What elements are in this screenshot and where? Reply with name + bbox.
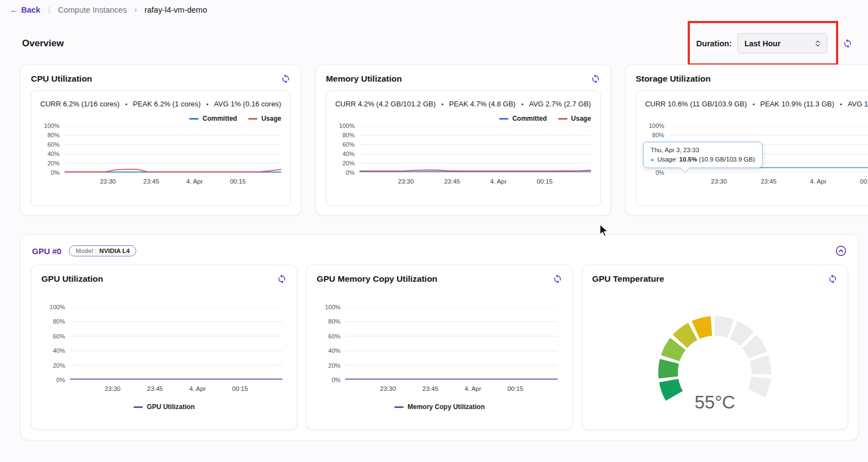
page-title: Overview <box>22 38 64 49</box>
separator-dot: ● <box>752 102 754 106</box>
card-title: GPU Utilization <box>41 274 103 284</box>
tooltip-detail: (10.9 GB/103.9 GB) <box>699 156 755 163</box>
memory-refresh-button[interactable] <box>591 74 601 84</box>
chevron-up-circle-icon <box>835 245 847 257</box>
back-button[interactable]: ← Back <box>10 6 40 14</box>
chart-tooltip: Thu, Apr 3, 23:33 ● Usage: 10.5% (10.9 G… <box>643 142 763 168</box>
stat-peak: PEAK 10.9% (11.3 GB) <box>760 100 834 108</box>
stat-curr: CURR 10.6% (11 GB/103.9 GB) <box>645 100 747 108</box>
storage-utilization-card: Storage Utilization CURR 10.6% (11 GB/10… <box>625 65 868 216</box>
cpu-stats: CURR 6.2% (1/16 cores) ● PEAK 6.2% (1 co… <box>40 100 281 108</box>
tooltip-series-label: Usage: <box>657 156 677 163</box>
gpu-section-header: GPU #0 Model : NVIDIA L4 <box>32 245 847 257</box>
card-title: Storage Utilization <box>636 74 711 84</box>
select-updown-icon <box>815 40 821 47</box>
duration-label: Duration: <box>696 39 732 48</box>
stat-peak: PEAK 4.7% (4.8 GB) <box>449 100 516 108</box>
breadcrumb-current: rafay-l4-vm-demo <box>144 6 207 14</box>
gpu-util-legend: GPU Utilization <box>41 403 287 411</box>
overview-cards-row: CPU Utilization CURR 6.2% (1/16 cores) ●… <box>20 65 859 216</box>
gpu-cards-row: GPU Utilization 100%80%60%40%20%0% 23:30… <box>31 265 848 430</box>
tooltip-value-line: ● Usage: 10.5% (10.9 GB/103.9 GB) <box>651 156 755 163</box>
tooltip-date: Thu, Apr 3, 23:33 <box>651 147 755 153</box>
stat-avg: AVG 1% (0.16 cores) <box>214 100 281 108</box>
breadcrumb-item-compute-instances[interactable]: Compute Instances <box>58 6 127 14</box>
refresh-icon <box>843 39 853 49</box>
gpu-util-chart[interactable]: 100%80%60%40%20%0% 23:3023:454. Apr00:15 <box>41 307 287 394</box>
memory-utilization-card: Memory Utilization CURR 4.2% (4.2 GB/101… <box>315 65 611 216</box>
gpu-model-value: NVIDIA L4 <box>99 248 130 254</box>
duration-select[interactable]: Last Hour <box>737 33 827 53</box>
gpu-memcopy-chart[interactable]: 100%80%60%40%20%0% 23:3023:454. Apr00:15 <box>317 307 562 394</box>
tooltip-value: 10.5% <box>679 156 698 163</box>
refresh-icon <box>277 274 287 284</box>
y-axis-labels: 100%80%60%40%20%0% <box>46 304 70 383</box>
stat-peak: PEAK 6.2% (1 cores) <box>133 100 201 108</box>
y-axis-labels: 100%80%60%40%20%0% <box>321 304 345 383</box>
separator-dot: ● <box>206 102 208 106</box>
cpu-refresh-button[interactable] <box>281 74 291 84</box>
x-axis-labels: 23:3023:454. Apr00:15 <box>360 178 591 187</box>
separator-dot: ● <box>441 102 443 106</box>
tooltip-pointer-fill <box>680 167 690 172</box>
refresh-icon <box>553 274 562 284</box>
gpu-section-collapse-button[interactable] <box>835 245 847 257</box>
gpu-util-plot-area[interactable] <box>70 307 282 380</box>
cpu-utilization-card: CPU Utilization CURR 6.2% (1/16 cores) ●… <box>20 65 301 216</box>
card-title: Memory Utilization <box>326 74 402 84</box>
refresh-all-button[interactable] <box>843 39 853 49</box>
separator-dot: ● <box>840 102 842 106</box>
storage-stats: CURR 10.6% (11 GB/103.9 GB) ● PEAK 10.9%… <box>645 100 868 108</box>
x-axis-labels: 23:3023:454. Apr00:15 <box>669 178 868 187</box>
storage-legend: Usage <box>645 115 868 122</box>
separator-dot: ● <box>125 102 127 106</box>
back-arrow-icon: ← <box>10 6 18 14</box>
stat-curr: CURR 4.2% (4.2 GB/101.2 GB) <box>335 100 436 108</box>
duration-area: Duration: Last Hour <box>693 33 853 53</box>
refresh-icon <box>281 74 291 84</box>
card-title: CPU Utilization <box>31 74 92 84</box>
x-axis-labels: 23:3023:454. Apr00:15 <box>65 178 281 187</box>
x-axis-labels: 23:3023:454. Apr00:15 <box>70 385 282 394</box>
header-row: Overview Duration: Last Hour <box>22 33 853 53</box>
y-axis-labels: 100%80%60%40%20%0% <box>40 122 65 176</box>
memory-chart-panel: CURR 4.2% (4.2 GB/101.2 GB) ● PEAK 4.7% … <box>326 90 601 206</box>
y-axis-labels: 100%80%60%40%20%0% <box>335 122 360 176</box>
gpu-temperature-gauge: 55°C <box>592 291 838 421</box>
chevron-right-icon: › <box>135 6 137 14</box>
memory-plot-area[interactable] <box>360 126 591 173</box>
breadcrumb-divider: | <box>48 6 50 14</box>
back-label: Back <box>22 6 41 14</box>
stat-avg: AVG 2.7% (2.7 GB) <box>529 100 591 108</box>
stat-curr: CURR 6.2% (1/16 cores) <box>40 100 120 108</box>
card-title: GPU Temperature <box>592 274 665 284</box>
card-title: GPU Memory Copy Utilization <box>317 274 437 284</box>
gpu-section-title: GPU #0 <box>32 246 61 256</box>
cpu-chart[interactable]: 100%80%60%40%20%0% 23:3023:454. Apr00:15 <box>40 126 281 187</box>
gpu-model-badge: Model : NVIDIA L4 <box>69 245 136 256</box>
duration-select-value: Last Hour <box>744 39 780 48</box>
refresh-icon <box>591 74 601 84</box>
cpu-plot-area[interactable] <box>65 126 281 173</box>
refresh-icon <box>828 274 838 284</box>
x-axis-labels: 23:3023:454. Apr00:15 <box>345 385 558 394</box>
separator-dot: ● <box>521 102 523 106</box>
memory-legend: CommittedUsage <box>335 115 591 122</box>
memory-chart[interactable]: 100%80%60%40%20%0% 23:3023:454. Apr00:15 <box>335 126 591 187</box>
gpu-model-label: Model : <box>76 248 97 254</box>
gpu-util-refresh-button[interactable] <box>277 274 287 284</box>
cpu-legend: CommittedUsage <box>40 115 281 122</box>
storage-chart-panel: CURR 10.6% (11 GB/103.9 GB) ● PEAK 10.9%… <box>636 90 868 206</box>
gpu-memcopy-refresh-button[interactable] <box>553 274 562 284</box>
gpu-memcopy-plot-area[interactable] <box>345 307 558 380</box>
duration-group: Duration: Last Hour <box>693 33 831 53</box>
gpu-utilization-card: GPU Utilization 100%80%60%40%20%0% 23:30… <box>31 265 297 430</box>
gpu-memcopy-legend: Memory Copy Utilization <box>317 403 562 411</box>
topbar: ← Back | Compute Instances › rafay-l4-vm… <box>0 0 868 14</box>
series-dot-icon: ● <box>651 157 654 163</box>
gpu-section: GPU #0 Model : NVIDIA L4 GPU Utilization… <box>20 234 859 440</box>
gauge-value: 55°C <box>694 392 735 413</box>
stat-avg: AVG 10.5% (10.9 GB) <box>848 100 868 108</box>
gpu-temp-refresh-button[interactable] <box>828 274 838 284</box>
cpu-chart-panel: CURR 6.2% (1/16 cores) ● PEAK 6.2% (1 co… <box>31 90 291 206</box>
